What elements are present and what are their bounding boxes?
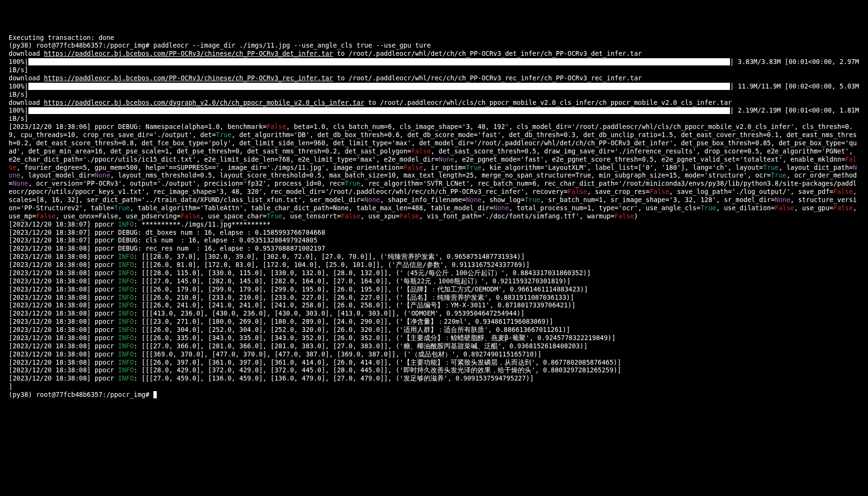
log-level: INFO xyxy=(118,285,134,293)
log-level: INFO xyxy=(118,220,134,228)
log-body: : [[[26.0, 304.0], [252.0, 304.0], [252.… xyxy=(134,326,570,333)
debug-value: None xyxy=(493,204,509,212)
debug-value: , layout_nms_threshold=0.5, layout_score… xyxy=(110,171,771,179)
debug-value: , use_tensorrt= xyxy=(282,212,341,220)
log-body: : dt_boxes num : 16, elapse : 0.15859937… xyxy=(138,229,325,236)
log-level: INFO xyxy=(118,350,134,358)
debug-prefix: [2023/12/20 18:38:06] ppocr DEBUG: Names… xyxy=(9,123,266,130)
debug-value: , use_xpu= xyxy=(361,212,400,220)
log-timestamp: [2023/12/20 18:38:08] ppocr xyxy=(9,366,118,374)
log-timestamp: [2023/12/20 18:38:08] ppocr xyxy=(9,309,118,317)
log-timestamp: [2023/12/20 18:38:07] ppocr xyxy=(9,236,118,244)
debug-value: None xyxy=(13,179,28,187)
debug-value: False xyxy=(775,204,794,212)
debug-value: None xyxy=(466,196,482,203)
debug-value: ) xyxy=(634,212,638,220)
log-timestamp: [2023/12/20 18:38:08] ppocr xyxy=(9,342,118,350)
log-body: : [[[23.0, 271.0], [180.0, 269.0], [180.… xyxy=(134,318,553,325)
download-url: https://paddleocr.bj.bcebos.com/PP-OCRv3… xyxy=(44,50,333,57)
debug-value: , total_process_num=1, type='ocr', use_a… xyxy=(509,204,700,212)
download-label: download xyxy=(9,99,44,106)
debug-value: , shape_info_filename= xyxy=(380,196,466,203)
log-timestamp: [2023/12/20 18:38:08] ppocr xyxy=(9,334,118,342)
debug-value: , show_log= xyxy=(481,196,524,203)
debug-value: , ir_optim= xyxy=(423,164,466,171)
debug-value: , use_dilation= xyxy=(716,204,775,212)
log-timestamp: [2023/12/20 18:38:08] ppocr xyxy=(9,253,118,260)
log-body: : [[[27.0, 366.0], [281.0, 366.0], [281.… xyxy=(134,342,588,350)
log-timestamp: [2023/12/20 18:38:08] ppocr xyxy=(9,374,118,382)
debug-value: True xyxy=(525,196,541,203)
log-level: INFO xyxy=(118,293,134,301)
debug-value: False xyxy=(181,212,201,220)
log-timestamp: [2023/12/20 18:38:08] ppocr xyxy=(9,277,118,285)
download-dest: to /root/.paddleocr/whl/det/ch/ch_PP-OCR… xyxy=(333,50,642,57)
download-dest: to /root/.paddleocr/whl/cls/ch_ppocr_mob… xyxy=(365,99,732,106)
progress-percent: 100%| xyxy=(9,82,28,90)
shell-prompt-line: (py38) root@77fcb48b6357:/ppocr_img# pad… xyxy=(9,41,431,49)
log-body: : [[[26.0, 241.0], [241.0, 241.0], [241.… xyxy=(134,301,576,309)
debug-value: True xyxy=(763,164,779,171)
debug-value: True xyxy=(701,204,717,212)
debug-value: False xyxy=(650,188,669,195)
log-timestamp: [2023/12/20 18:38:07] ppocr xyxy=(9,220,118,228)
progress-percent: 100%| xyxy=(9,58,28,65)
debug-value: , sr_batch_num=1, sr_image_shape='3, 32,… xyxy=(540,196,775,203)
debug-value: , ocr_version='PP-OCRv3', output='./outp… xyxy=(28,179,345,187)
debug-value: , fourier_degree=5, gpu_mem=500, help='=… xyxy=(16,164,403,171)
log-body: : [[[27.0, 459.0], [136.0, 459.0], [136.… xyxy=(134,374,534,382)
log-timestamp: [2023/12/20 18:38:07] ppocr xyxy=(9,229,118,236)
log-level: INFO xyxy=(118,334,134,342)
debug-value: None xyxy=(365,196,380,203)
debug-value: True xyxy=(266,212,282,220)
log-level: INFO xyxy=(118,326,134,333)
log-timestamp: [2023/12/20 18:38:08] ppocr xyxy=(9,350,118,358)
debug-value: False xyxy=(36,212,56,220)
log-timestamp: [2023/12/20 18:38:08] ppocr xyxy=(9,318,118,325)
debug-value: None xyxy=(439,155,454,163)
debug-value: True xyxy=(466,164,482,171)
debug-value: False xyxy=(833,188,853,195)
debug-value: False xyxy=(341,212,361,220)
log-timestamp: [2023/12/20 18:38:08] ppocr xyxy=(9,285,118,293)
debug-value: , kie_algorithm='LayoutXLM', label_list=… xyxy=(481,164,763,171)
debug-value: , layout_model_dir= xyxy=(20,171,94,179)
log-timestamp: [2023/12/20 18:38:08] ppocr xyxy=(9,358,118,366)
debug-value: False xyxy=(266,123,286,130)
cursor-icon xyxy=(153,391,157,398)
debug-value: , e2e_pgnet_mode='fast', e2e_pgnet_score… xyxy=(454,155,845,163)
log-body: : rec_res num : 16, elapse : 0.953708887… xyxy=(138,244,325,252)
progress-bar xyxy=(28,107,730,114)
debug-value: True xyxy=(345,179,361,187)
log-timestamp: [2023/12/20 18:38:08] ppocr xyxy=(9,261,118,268)
log-level: INFO xyxy=(118,269,134,277)
log-body: ] xyxy=(9,382,13,390)
log-body: : [[[28.0, 115.0], [330.0, 115.0], [330.… xyxy=(134,269,591,277)
log-body: : [[[369.0, 370.0], [477.0, 370.0], [477… xyxy=(134,350,541,358)
debug-value: , use_space_char= xyxy=(200,212,266,220)
debug-value: , save_log_path='./log_output/', save_pd… xyxy=(669,188,833,195)
debug-value: True xyxy=(114,204,130,212)
download-dest: to /root/.paddleocr/whl/rec/ch/ch_PP-OCR… xyxy=(333,74,642,82)
download-url: https://paddleocr.bj.bcebos.com/dygraph_… xyxy=(44,99,364,106)
log-level: DEBUG xyxy=(118,244,138,252)
debug-value: , table_algorithm='TableAttn', table_cha… xyxy=(130,204,493,212)
debug-value: , use_gpu= xyxy=(794,204,833,212)
log-level: INFO xyxy=(118,253,134,260)
debug-value: , vis_font_path='./doc/fonts/simfang.ttf… xyxy=(419,212,614,220)
download-url: https://paddleocr.bj.bcebos.com/PP-OCRv3… xyxy=(44,74,333,82)
debug-value: False xyxy=(833,204,853,212)
debug-value: , layout_dict_path= xyxy=(779,164,853,171)
log-level: INFO xyxy=(118,374,134,382)
progress-bar xyxy=(28,83,730,90)
terminal-output[interactable]: Executing transaction: done (py38) root@… xyxy=(9,34,859,399)
log-body: : **********./imgs/11.jpg********** xyxy=(134,220,270,228)
debug-value: None xyxy=(95,171,111,179)
progress-bar xyxy=(28,58,730,65)
debug-value: False xyxy=(615,212,634,220)
debug-value: True xyxy=(771,171,787,179)
log-body: : [[[413.0, 236.0], [430.0, 236.0], [430… xyxy=(134,309,525,317)
log-body: : [[[26.0, 397.0], [361.0, 397.0], [361.… xyxy=(134,358,621,366)
shell-prompt: (py38) root@77fcb48b6357:/ppocr_img# xyxy=(9,391,153,398)
log-level: DEBUG xyxy=(118,229,138,236)
